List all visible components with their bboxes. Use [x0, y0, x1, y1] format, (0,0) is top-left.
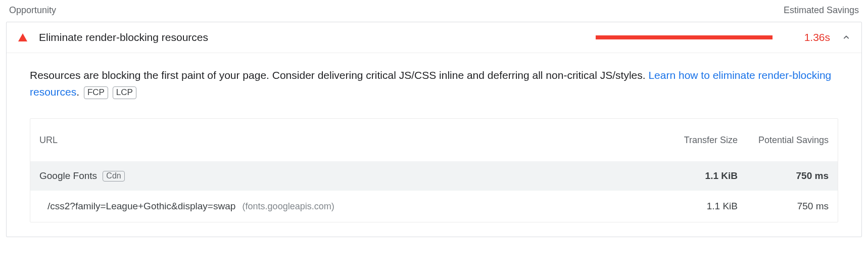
opportunity-details: Resources are blocking the first paint o…: [7, 53, 861, 237]
opportunity-header: Opportunity: [9, 5, 56, 16]
fcp-chip: FCP: [84, 86, 108, 99]
fail-triangle-icon: [18, 33, 28, 41]
description-text: Resources are blocking the first paint o…: [30, 69, 648, 81]
estimated-savings-header: Estimated Savings: [784, 5, 859, 16]
lcp-chip: LCP: [113, 86, 136, 99]
group-size: 1.1 KiB: [647, 170, 738, 182]
opportunity-summary-row[interactable]: Eliminate render-blocking resources 1.36…: [7, 22, 861, 53]
col-header-transfer-size: Transfer Size: [647, 135, 738, 146]
savings-bar: [596, 35, 773, 39]
item-savings: 750 ms: [738, 201, 829, 212]
resources-table: URL Transfer Size Potential Savings Goog…: [30, 118, 838, 222]
group-name: Google Fonts: [39, 170, 97, 181]
item-host: (fonts.googleapis.com): [243, 201, 334, 211]
group-name-cell: Google Fonts Cdn: [39, 170, 647, 182]
item-url-cell: /css2?family=League+Gothic&display=swap …: [39, 201, 647, 212]
col-header-url: URL: [39, 135, 647, 146]
table-row: /css2?family=League+Gothic&display=swap …: [30, 191, 838, 222]
table-group-row: Google Fonts Cdn 1.1 KiB 750 ms: [30, 161, 838, 191]
column-headers: Opportunity Estimated Savings: [6, 0, 862, 22]
item-size: 1.1 KiB: [647, 201, 738, 212]
table-header-row: URL Transfer Size Potential Savings: [30, 119, 838, 161]
group-savings: 750 ms: [738, 170, 829, 182]
col-header-potential-savings: Potential Savings: [738, 134, 829, 146]
cdn-tag: Cdn: [103, 171, 124, 182]
savings-value: 1.36s: [800, 31, 830, 43]
opportunity-description: Resources are blocking the first paint o…: [30, 67, 838, 100]
description-period: .: [76, 86, 79, 98]
chevron-up-icon: [841, 32, 851, 42]
item-path: /css2?family=League+Gothic&display=swap: [47, 201, 235, 211]
opportunity-title: Eliminate render-blocking resources: [39, 31, 208, 43]
opportunity-card: Eliminate render-blocking resources 1.36…: [6, 22, 862, 237]
svg-marker-0: [18, 33, 27, 41]
